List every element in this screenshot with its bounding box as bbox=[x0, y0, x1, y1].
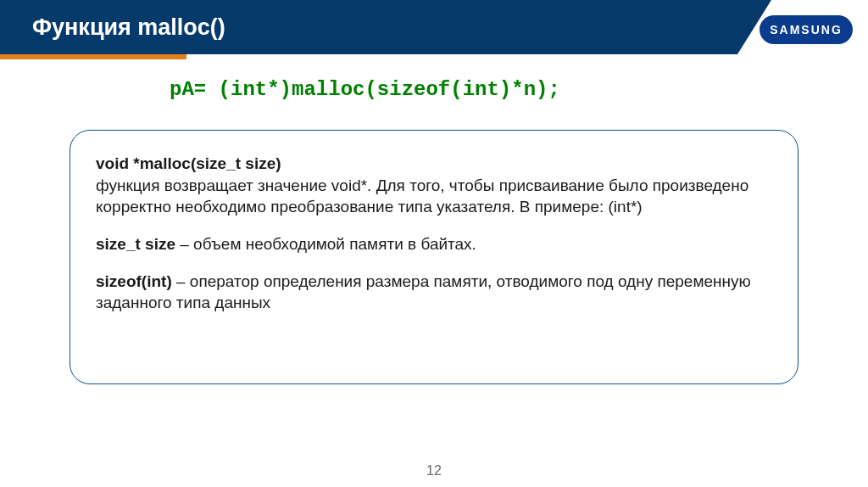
samsung-logo: SAMSUNG bbox=[760, 15, 853, 44]
samsung-logo-text: SAMSUNG bbox=[770, 23, 843, 36]
slide-header: Функция malloc() SAMSUNG bbox=[0, 0, 868, 54]
param-size: size_t size bbox=[96, 235, 175, 253]
description-paragraph-1: void *malloc(size_t size) функция возвра… bbox=[96, 153, 772, 218]
sizeof-operator-desc: – оператор определения размера памяти, о… bbox=[96, 272, 751, 312]
func-signature-desc: функция возвращает значение void*. Для т… bbox=[96, 176, 748, 216]
page-title: Функция malloc() bbox=[32, 14, 225, 41]
sizeof-operator: sizeof(int) bbox=[96, 272, 172, 290]
logo-area: SAMSUNG bbox=[760, 15, 853, 44]
func-signature: void *malloc(size_t size) bbox=[96, 154, 281, 172]
page-number: 12 bbox=[0, 463, 868, 479]
param-size-desc: – объем необходимой памяти в байтах. bbox=[175, 235, 476, 253]
title-bar: Функция malloc() bbox=[0, 0, 737, 54]
slide-content: pA= (int*)malloc(sizeof(int)*n); void *m… bbox=[0, 54, 868, 384]
description-paragraph-3: sizeof(int) – оператор определения разме… bbox=[96, 271, 772, 314]
code-example: pA= (int*)malloc(sizeof(int)*n); bbox=[59, 78, 809, 101]
description-box: void *malloc(size_t size) функция возвра… bbox=[70, 130, 798, 384]
description-paragraph-2: size_t size – объем необходимой памяти в… bbox=[96, 233, 772, 255]
